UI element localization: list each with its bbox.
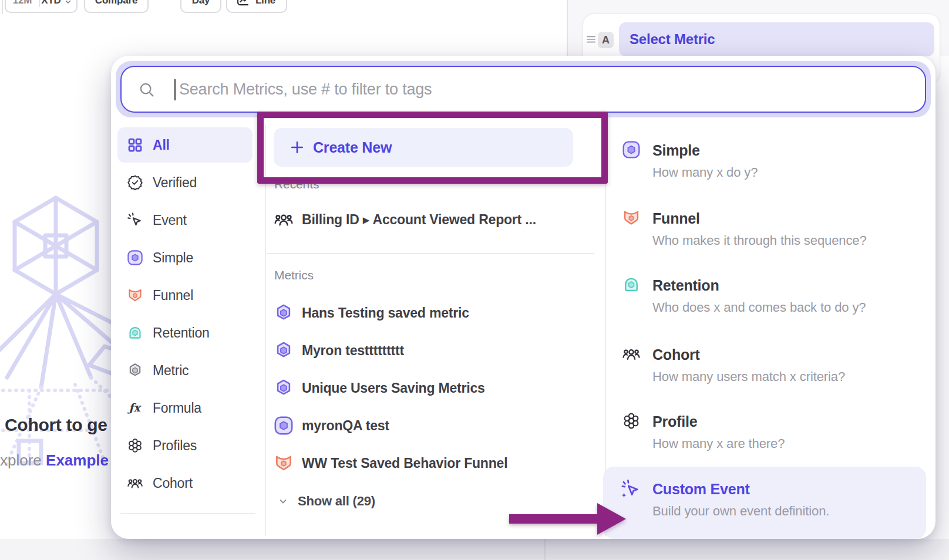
date-range-group: 12M XTD <box>5 0 78 13</box>
panel-divider-top <box>567 0 568 56</box>
series-badge: A <box>598 32 614 48</box>
sidebar-item-cohort[interactable]: Cohort <box>117 465 253 501</box>
drag-handle-icon[interactable] <box>587 35 595 43</box>
annotation-highlight-box <box>257 112 608 184</box>
recents-divider <box>267 253 594 254</box>
cohort-icon <box>127 475 143 491</box>
select-metric-label: Select Metric <box>630 31 715 48</box>
line-chart-icon <box>235 0 250 8</box>
metric-item-label: Unique Users Saving Metrics <box>302 380 485 396</box>
background-heading-fragment: Cohort to ge <box>5 415 107 435</box>
type-name: Profile <box>652 411 697 431</box>
caret-down-icon <box>63 0 73 6</box>
sidebar-item-verified[interactable]: Verified <box>117 165 253 200</box>
line-label: Line <box>251 0 280 6</box>
tag-icon <box>127 538 143 539</box>
search-focus-ring: Search Metrics, use # to filter to tags <box>116 61 931 117</box>
sidebar-label: T <box>153 539 161 539</box>
sidebar-label: Simple <box>153 250 193 266</box>
type-description: How many x are there? <box>652 435 785 453</box>
screen: 12M XTD Compare Day Line Cohort to ge x <box>0 0 949 560</box>
funnel-icon <box>274 453 294 473</box>
sidebar-item-event[interactable]: Event <box>117 203 253 238</box>
sidebar-label: Retention <box>153 325 210 341</box>
funnel-icon <box>127 287 143 303</box>
sidebar-label: Profiles <box>153 438 197 454</box>
sidebar-item-formula[interactable]: ƒx Formula <box>117 390 253 426</box>
cohort-icon <box>274 210 294 230</box>
show-all-label: Show all (29) <box>298 494 375 509</box>
search-icon <box>138 81 156 99</box>
type-name: Retention <box>652 275 719 295</box>
compare-button[interactable]: Compare <box>84 0 149 13</box>
sidebar-item-profiles[interactable]: Profiles <box>117 428 253 463</box>
explore-prefix: xplore <box>0 451 46 469</box>
left-panel-edge <box>2 0 3 14</box>
type-name: Funnel <box>652 208 700 228</box>
sidebar-label: All <box>153 137 170 153</box>
sidebar-label: Cohort <box>153 475 193 491</box>
compare-label: Compare <box>85 0 147 6</box>
panel-divider-bottom <box>544 539 546 560</box>
sidebar-item-retention[interactable]: Retention <box>117 315 253 350</box>
metrics-section-label: Metrics <box>274 268 314 282</box>
verified-badge-icon <box>127 174 143 191</box>
annotation-arrow <box>504 498 630 539</box>
day-label: Day <box>181 0 220 6</box>
type-description: Who does x and comes back to do y? <box>652 299 866 316</box>
sidebar-label: Formula <box>153 400 201 416</box>
range-xtd-button[interactable]: XTD <box>39 0 63 6</box>
saved-metric-icon <box>274 378 294 398</box>
sidebar-item-tags-clipped[interactable]: T <box>117 529 253 539</box>
retention-icon <box>622 275 641 294</box>
type-name: Simple <box>652 140 700 160</box>
type-name: Cohort <box>652 345 700 365</box>
text-cursor <box>174 79 176 100</box>
page-bottom-strip <box>0 539 949 560</box>
simple-metric-icon <box>274 416 294 436</box>
background-explore-line: xplore Example R <box>0 451 124 470</box>
line-chart-type-button[interactable]: Line <box>226 0 287 13</box>
sidebar-label: Verified <box>153 175 197 191</box>
sidebar-divider <box>120 513 255 514</box>
type-description: How many users match x criteria? <box>652 368 845 386</box>
grid-icon <box>127 137 143 153</box>
sidebar-item-metric[interactable]: Metric <box>117 353 253 388</box>
search-input[interactable]: Search Metrics, use # to filter to tags <box>120 66 926 113</box>
sidebar-label: Event <box>153 212 187 228</box>
sidebar-item-all[interactable]: All <box>117 127 253 163</box>
metric-item-label: Hans Testing saved metric <box>302 305 469 321</box>
recent-item-label: Billing ID ▸ Account Viewed Report ... <box>302 212 536 228</box>
simple-metric-icon <box>622 140 641 159</box>
type-name: Custom Event <box>652 479 750 499</box>
sidebar-item-funnel[interactable]: Funnel <box>117 278 253 313</box>
funnel-icon <box>622 208 641 227</box>
event-cursor-icon <box>127 212 143 228</box>
type-description: Build your own event definition. <box>652 502 829 520</box>
profiles-icon <box>622 411 641 430</box>
profiles-icon <box>127 437 143 454</box>
sidebar-label: Funnel <box>153 288 193 303</box>
sidebar-column-divider <box>265 125 266 536</box>
cohort-icon <box>622 345 641 363</box>
simple-metric-icon <box>127 249 143 266</box>
custom-event-icon <box>620 479 641 500</box>
search-placeholder: Search Metrics, use # to filter to tags <box>179 80 432 99</box>
type-description: Who makes it through this sequence? <box>652 232 867 249</box>
metric-item-label: myronQA test <box>302 418 389 434</box>
svg-text:ƒx: ƒx <box>127 401 142 414</box>
formula-icon: ƒx <box>127 400 143 416</box>
chevron-down-icon <box>277 495 289 507</box>
select-metric-button[interactable]: Select Metric <box>619 22 934 56</box>
sidebar-item-simple[interactable]: Simple <box>117 240 253 275</box>
sidebar-label: Metric <box>153 363 189 379</box>
metric-item-label: WW Test Saved Behavior Funnel <box>302 456 507 471</box>
day-button[interactable]: Day <box>180 0 221 13</box>
range-12m-button[interactable]: 12M <box>6 0 39 6</box>
saved-metric-icon <box>274 303 294 323</box>
type-description: How many x do y? <box>652 164 758 181</box>
retention-icon <box>127 325 143 341</box>
metric-item-label: Myron testtttttttt <box>302 343 404 359</box>
saved-metric-icon <box>274 340 294 360</box>
metric-hexagon-icon <box>127 362 143 379</box>
